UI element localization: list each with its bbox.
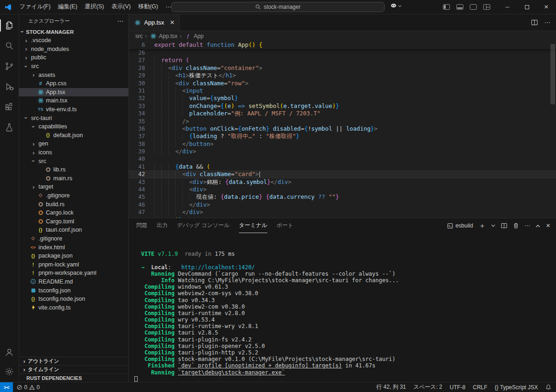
code-line[interactable]: 27 return ( [129,57,556,64]
code-line[interactable]: 33 onChange={(e) => setSymbol(e.target.v… [129,102,556,110]
code-line[interactable]: 44 <div> [129,186,556,193]
tree-folder-src-tauri[interactable]: ›src-tauri [19,114,128,122]
code-line[interactable]: 47 </div> [129,209,556,216]
menu-selection[interactable]: 選択(S) [81,0,108,14]
tree-file-pnpm-lock.yaml[interactable]: !pnpm-lock.yaml [19,260,128,269]
accounts-icon[interactable] [0,342,19,362]
tree-file-Cargo.toml[interactable]: Cargo.toml [19,217,128,226]
tree-file-tsconfig.node.json[interactable]: {}tsconfig.node.json [19,295,128,303]
views-more-icon[interactable]: ⋯ [117,17,124,25]
panel-tab-output[interactable]: 出力 [157,218,168,233]
notifications-bell-icon[interactable] [545,384,551,390]
tab-app-tsx[interactable]: App.tsx ✕ [129,14,180,31]
toggle-secondary-sidebar-icon[interactable] [470,4,477,10]
tree-file-main.tsx[interactable]: main.tsx [19,96,128,105]
close-button[interactable]: ✕ [537,0,556,14]
code-line[interactable]: 35 /> [129,118,556,125]
code-line[interactable]: 39 </div> [129,148,556,155]
source-control-icon[interactable] [0,56,19,76]
tree-file-Cargo.lock[interactable]: Cargo.lock [19,209,128,217]
breadcrumb-app-tsx[interactable]: App.tsx [149,33,177,39]
toggle-sidebar-icon[interactable] [443,4,450,10]
run-debug-icon[interactable] [0,76,19,97]
status-cursor-position[interactable]: 行 42, 列 31 [376,383,406,391]
panel-tab-debug-console[interactable]: デバッグ コンソール [177,218,230,233]
tree-folder-icons[interactable]: ›icons [19,148,128,157]
menu-view[interactable]: 表示(V) [107,0,134,14]
tree-folder-target[interactable]: ›target [19,183,128,191]
tree-file-.gitignore[interactable]: .gitignore [19,191,128,200]
status-encoding[interactable]: UTF-8 [449,384,465,391]
sidebar-section-アウトライン[interactable]: ›アウトライン [19,357,128,365]
testing-icon[interactable] [0,117,19,138]
code-line[interactable]: 45 現在値: {data.price} {data.currency ?? "… [129,193,556,201]
sticky-scroll-line[interactable]: 6 export default function App() { [129,41,556,49]
status-eol[interactable]: CRLF [473,384,487,391]
tree-file-main.rs[interactable]: main.rs [19,174,128,183]
split-terminal-icon[interactable] [501,222,507,229]
tree-file-lib.rs[interactable]: lib.rs [19,165,128,174]
maximize-panel-icon[interactable] [536,224,540,228]
command-center-search[interactable]: stock-manager [171,2,385,12]
code-line[interactable]: 48 )} [129,216,556,218]
maximize-button[interactable] [517,0,537,14]
tree-file-default.json[interactable]: {}default.json [19,131,128,140]
code-line[interactable]: 42 <div className="card"> [129,171,556,178]
minimize-button[interactable]: ─ [498,0,517,14]
code-line[interactable]: 31 <input [129,87,556,95]
code-line[interactable]: 40 [129,155,556,163]
tree-folder-src[interactable]: ›src [19,157,128,165]
tree-file-App.tsx[interactable]: App.tsx [19,88,128,97]
breadcrumb-src[interactable]: src [135,33,143,39]
search-view-icon[interactable] [0,36,19,56]
terminal-profile-dropdown-icon[interactable] [491,224,495,227]
menu-edit[interactable]: 編集(E) [54,0,81,14]
editor-scrollbar[interactable] [550,44,555,104]
close-tab-icon[interactable]: ✕ [170,19,175,26]
tree-folder-gen[interactable]: ›gen [19,139,128,148]
settings-gear-icon[interactable] [0,361,19,382]
sidebar-section-RUST DEPENDENCIES[interactable]: RUST DEPENDENCIES [19,373,128,382]
panel-tab-problems[interactable]: 問題 [136,218,147,233]
menu-file[interactable]: ファイル(F) [16,0,54,14]
close-panel-icon[interactable]: ✕ [546,222,550,229]
code-line[interactable]: 43 <div>銘柄: {data.symbol}</div> [129,178,556,186]
breadcrumb-app[interactable]: ƒApp [184,33,203,39]
problems-status[interactable]: 0 0 [13,384,43,391]
panel-tab-ports[interactable]: ポート [277,218,294,233]
tree-file-index.html[interactable]: <>index.html [19,243,128,252]
toggle-panel-icon[interactable] [456,4,463,10]
code-line[interactable]: 37 {loading ? "取得中…" : "株価取得"} [129,133,556,140]
customize-layout-icon[interactable] [483,4,490,10]
code-editor[interactable]: 6 export default function App() { 2627 r… [129,41,556,218]
panel-more-actions-icon[interactable]: ⋯ [524,222,530,229]
project-root-row[interactable]: › STOCK-MANAGER [19,27,128,36]
editor-more-actions-icon[interactable]: ⋯ [544,19,550,26]
code-line[interactable]: 30 <div className="row"> [129,80,556,87]
tree-folder-capabilities[interactable]: ›capabilities [19,122,128,131]
copilot-icon[interactable] [390,2,402,9]
status-indentation[interactable]: スペース: 2 [413,383,442,391]
extensions-icon[interactable] [0,97,19,117]
tree-folder-.vscode[interactable]: ›.vscode [19,36,128,45]
terminal-output[interactable]: VITE v7.1.9 ready in 175 ms → Local: htt… [129,233,556,382]
tree-folder-node_modules[interactable]: ›node_modules [19,45,128,54]
tree-file-tauri.conf.json[interactable]: {}tauri.conf.json [19,226,128,234]
terminal-instance[interactable]: esbuild [447,222,473,229]
tree-file-vite-env.d.ts[interactable]: TSvite-env.d.ts [19,105,128,114]
sidebar-section-タイムライン[interactable]: ›タイムライン [19,365,128,373]
split-editor-icon[interactable] [531,19,538,26]
code-line[interactable]: 41 {data && ( [129,163,556,171]
tree-file-.gitignore[interactable]: .gitignore [19,234,128,243]
tree-file-tsconfig.json[interactable]: tsconfig.json [19,286,128,295]
tree-file-App.css[interactable]: #App.css [19,79,128,88]
code-line[interactable]: 46 </div> [129,201,556,209]
code-line[interactable]: 34 placeholder="例: AAPL / MSFT / 7203.T" [129,110,556,117]
kill-terminal-icon[interactable] [513,222,519,229]
tree-folder-assets[interactable]: ›assets [19,70,128,79]
code-line[interactable]: 38 </button> [129,140,556,148]
code-line[interactable]: 36 <button onClick={onFetch} disabled={!… [129,125,556,133]
remote-indicator[interactable]: >< [0,382,13,392]
tree-file-package.json[interactable]: {}package.json [19,252,128,260]
new-terminal-icon[interactable]: ＋ [479,221,486,230]
